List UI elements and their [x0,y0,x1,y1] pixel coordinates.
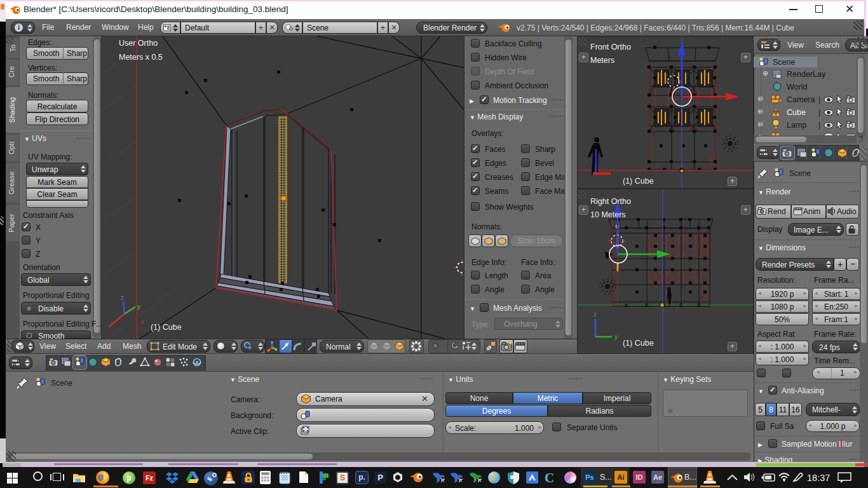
svg-text:z: z [593,311,597,318]
svg-text:x: x [141,318,144,325]
svg-text:y: y [137,303,140,310]
svg-text:y: y [614,334,618,341]
svg-text:z: z [121,294,124,301]
